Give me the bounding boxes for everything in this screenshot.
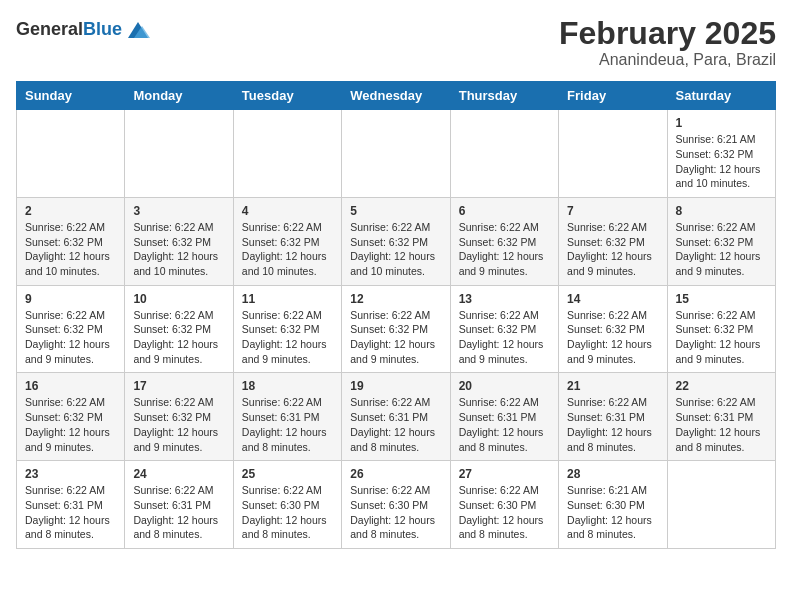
day-info: Sunrise: 6:22 AMSunset: 6:32 PMDaylight:… [133,308,224,367]
day-number: 22 [676,379,767,393]
calendar-cell [450,110,558,198]
day-info: Sunrise: 6:22 AMSunset: 6:31 PMDaylight:… [350,395,441,454]
calendar-cell [667,461,775,549]
logo-text: GeneralBlue [16,20,122,40]
day-number: 14 [567,292,658,306]
day-number: 5 [350,204,441,218]
calendar-cell [125,110,233,198]
day-info: Sunrise: 6:22 AMSunset: 6:32 PMDaylight:… [567,220,658,279]
day-info: Sunrise: 6:22 AMSunset: 6:30 PMDaylight:… [350,483,441,542]
day-info: Sunrise: 6:21 AMSunset: 6:30 PMDaylight:… [567,483,658,542]
day-info: Sunrise: 6:22 AMSunset: 6:32 PMDaylight:… [350,308,441,367]
calendar-cell: 3Sunrise: 6:22 AMSunset: 6:32 PMDaylight… [125,197,233,285]
day-info: Sunrise: 6:22 AMSunset: 6:32 PMDaylight:… [567,308,658,367]
calendar-cell: 27Sunrise: 6:22 AMSunset: 6:30 PMDayligh… [450,461,558,549]
day-info: Sunrise: 6:22 AMSunset: 6:31 PMDaylight:… [25,483,116,542]
day-number: 18 [242,379,333,393]
day-number: 15 [676,292,767,306]
calendar-cell: 26Sunrise: 6:22 AMSunset: 6:30 PMDayligh… [342,461,450,549]
calendar-cell [233,110,341,198]
calendar-cell [559,110,667,198]
day-number: 11 [242,292,333,306]
calendar-cell: 8Sunrise: 6:22 AMSunset: 6:32 PMDaylight… [667,197,775,285]
day-number: 25 [242,467,333,481]
day-info: Sunrise: 6:22 AMSunset: 6:32 PMDaylight:… [676,308,767,367]
calendar-cell: 20Sunrise: 6:22 AMSunset: 6:31 PMDayligh… [450,373,558,461]
day-number: 12 [350,292,441,306]
logo: GeneralBlue [16,16,152,44]
day-header-thursday: Thursday [450,82,558,110]
calendar-cell: 21Sunrise: 6:22 AMSunset: 6:31 PMDayligh… [559,373,667,461]
calendar-cell: 28Sunrise: 6:21 AMSunset: 6:30 PMDayligh… [559,461,667,549]
day-info: Sunrise: 6:22 AMSunset: 6:31 PMDaylight:… [133,483,224,542]
day-number: 4 [242,204,333,218]
calendar-cell: 1Sunrise: 6:21 AMSunset: 6:32 PMDaylight… [667,110,775,198]
calendar-cell: 22Sunrise: 6:22 AMSunset: 6:31 PMDayligh… [667,373,775,461]
calendar-week-row: 1Sunrise: 6:21 AMSunset: 6:32 PMDaylight… [17,110,776,198]
day-number: 16 [25,379,116,393]
day-info: Sunrise: 6:22 AMSunset: 6:31 PMDaylight:… [567,395,658,454]
day-number: 27 [459,467,550,481]
calendar-cell: 5Sunrise: 6:22 AMSunset: 6:32 PMDaylight… [342,197,450,285]
calendar-cell: 24Sunrise: 6:22 AMSunset: 6:31 PMDayligh… [125,461,233,549]
calendar-cell: 2Sunrise: 6:22 AMSunset: 6:32 PMDaylight… [17,197,125,285]
day-header-saturday: Saturday [667,82,775,110]
calendar-cell: 23Sunrise: 6:22 AMSunset: 6:31 PMDayligh… [17,461,125,549]
calendar-cell [17,110,125,198]
day-number: 21 [567,379,658,393]
calendar-cell: 15Sunrise: 6:22 AMSunset: 6:32 PMDayligh… [667,285,775,373]
day-number: 13 [459,292,550,306]
day-header-friday: Friday [559,82,667,110]
day-info: Sunrise: 6:22 AMSunset: 6:32 PMDaylight:… [459,220,550,279]
day-info: Sunrise: 6:22 AMSunset: 6:31 PMDaylight:… [242,395,333,454]
calendar-subtitle: Ananindeua, Para, Brazil [559,51,776,69]
calendar-cell: 17Sunrise: 6:22 AMSunset: 6:32 PMDayligh… [125,373,233,461]
day-info: Sunrise: 6:22 AMSunset: 6:31 PMDaylight:… [459,395,550,454]
calendar-cell: 13Sunrise: 6:22 AMSunset: 6:32 PMDayligh… [450,285,558,373]
day-info: Sunrise: 6:22 AMSunset: 6:32 PMDaylight:… [242,220,333,279]
logo-general: GeneralBlue [16,20,122,40]
day-info: Sunrise: 6:22 AMSunset: 6:32 PMDaylight:… [133,395,224,454]
day-info: Sunrise: 6:21 AMSunset: 6:32 PMDaylight:… [676,132,767,191]
day-info: Sunrise: 6:22 AMSunset: 6:32 PMDaylight:… [676,220,767,279]
calendar-cell: 16Sunrise: 6:22 AMSunset: 6:32 PMDayligh… [17,373,125,461]
day-number: 10 [133,292,224,306]
calendar-title: February 2025 [559,16,776,51]
day-info: Sunrise: 6:22 AMSunset: 6:32 PMDaylight:… [25,220,116,279]
title-block: February 2025 Ananindeua, Para, Brazil [559,16,776,69]
calendar-table: SundayMondayTuesdayWednesdayThursdayFrid… [16,81,776,549]
day-header-tuesday: Tuesday [233,82,341,110]
calendar-cell: 6Sunrise: 6:22 AMSunset: 6:32 PMDaylight… [450,197,558,285]
day-info: Sunrise: 6:22 AMSunset: 6:32 PMDaylight:… [459,308,550,367]
calendar-cell: 18Sunrise: 6:22 AMSunset: 6:31 PMDayligh… [233,373,341,461]
calendar-cell: 10Sunrise: 6:22 AMSunset: 6:32 PMDayligh… [125,285,233,373]
day-number: 8 [676,204,767,218]
day-number: 7 [567,204,658,218]
calendar-cell: 25Sunrise: 6:22 AMSunset: 6:30 PMDayligh… [233,461,341,549]
day-number: 19 [350,379,441,393]
day-number: 1 [676,116,767,130]
calendar-cell: 7Sunrise: 6:22 AMSunset: 6:32 PMDaylight… [559,197,667,285]
day-number: 6 [459,204,550,218]
day-number: 20 [459,379,550,393]
day-header-monday: Monday [125,82,233,110]
day-number: 26 [350,467,441,481]
day-number: 9 [25,292,116,306]
day-info: Sunrise: 6:22 AMSunset: 6:32 PMDaylight:… [133,220,224,279]
day-number: 17 [133,379,224,393]
calendar-cell [342,110,450,198]
calendar-cell: 4Sunrise: 6:22 AMSunset: 6:32 PMDaylight… [233,197,341,285]
day-info: Sunrise: 6:22 AMSunset: 6:32 PMDaylight:… [25,395,116,454]
calendar-week-row: 16Sunrise: 6:22 AMSunset: 6:32 PMDayligh… [17,373,776,461]
day-info: Sunrise: 6:22 AMSunset: 6:32 PMDaylight:… [242,308,333,367]
day-number: 24 [133,467,224,481]
calendar-header-row: SundayMondayTuesdayWednesdayThursdayFrid… [17,82,776,110]
day-number: 3 [133,204,224,218]
calendar-cell: 11Sunrise: 6:22 AMSunset: 6:32 PMDayligh… [233,285,341,373]
calendar-cell: 12Sunrise: 6:22 AMSunset: 6:32 PMDayligh… [342,285,450,373]
calendar-week-row: 2Sunrise: 6:22 AMSunset: 6:32 PMDaylight… [17,197,776,285]
logo-blue: Blue [83,19,122,39]
calendar-week-row: 9Sunrise: 6:22 AMSunset: 6:32 PMDaylight… [17,285,776,373]
calendar-cell: 9Sunrise: 6:22 AMSunset: 6:32 PMDaylight… [17,285,125,373]
day-number: 23 [25,467,116,481]
